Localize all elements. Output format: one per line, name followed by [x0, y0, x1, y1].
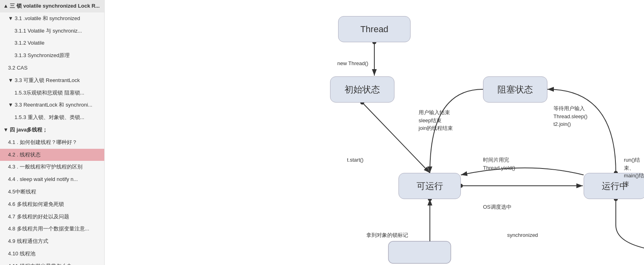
sidebar-item-s6[interactable]: ▼ 3.3 可重入锁 ReentrantLock: [0, 74, 104, 87]
state-box-blocked: 阻塞状态: [483, 76, 547, 103]
sidebar-item-s18[interactable]: 4.8 多线程共用一个数据变量注意...: [0, 223, 104, 235]
sidebar-item-s1[interactable]: ▼ 3.1 .volatile 和 synchronized: [0, 12, 104, 25]
arrow-running-to-runnable: [461, 168, 584, 175]
sidebar-item-s2[interactable]: 3.1.1 Volatile 与 synchroniz...: [0, 25, 104, 37]
sidebar-item-s3[interactable]: 3.1.2 Volatile: [0, 37, 104, 49]
sidebar-item-s7[interactable]: 1.5.3乐观锁和悲观锁 阻塞锁...: [0, 87, 104, 99]
sidebar-item-s4[interactable]: 3.1.3 Synchronized原理: [0, 49, 104, 62]
sidebar-item-s14[interactable]: 4.4 . sleep wait yield notify n...: [0, 173, 104, 186]
diagram-label-l3: 用户输入结束 sleep结束 join的线程结束: [419, 109, 453, 132]
sidebar-item-s0[interactable]: ▲ 三 锁 volatile synchronized Lock R...: [0, 0, 104, 12]
state-box-initial: 初始状态: [330, 76, 394, 103]
sidebar-item-s16[interactable]: 4.6 多线程如何避免死锁: [0, 198, 104, 211]
sidebar-item-s11[interactable]: 4.1 . 如何创建线程？哪种好？: [0, 136, 104, 149]
sidebar-item-s15[interactable]: 4.5中断线程: [0, 186, 104, 198]
diagram-label-l2: t.start(): [347, 156, 363, 164]
arrow-running-to-blocked: [547, 89, 616, 173]
diagram: Thread初始状态阻塞状态结束可运行运行中new Thread()t.star…: [105, 0, 644, 265]
diagram-label-l5: 时间片用完 Thread.yield(): [483, 156, 515, 172]
sidebar-item-s19[interactable]: 4.9 线程通信方式: [0, 235, 104, 248]
arrow-runnable-to-blocked2: [398, 199, 430, 253]
diagram-label-l9: 拿到对象的锁标记: [366, 231, 408, 239]
diagram-label-l7: run()结束、main()结束: [624, 156, 644, 187]
state-box-thread: Thread: [338, 16, 411, 42]
sidebar-item-s8[interactable]: ▼ 3.3 ReentrantLock 和 synchroni...: [0, 99, 104, 111]
diagram-label-l6: OS调度选中: [483, 203, 512, 211]
arrow-running-to-wait: [616, 199, 644, 253]
sidebar-item-s21[interactable]: 4.11.线程中抛出异常怎么办: [0, 260, 104, 265]
diagram-label-l1: new Thread(): [337, 60, 368, 68]
main-content: Thread初始状态阻塞状态结束可运行运行中new Thread()t.star…: [105, 0, 644, 265]
sidebar-item-s5[interactable]: 3.2 CAS: [0, 62, 104, 74]
sidebar-item-s17[interactable]: 4.7 多线程的好处以及问题: [0, 211, 104, 223]
sidebar-item-s13[interactable]: 4.3 . 一般线程和守护线程的区别: [0, 161, 104, 173]
sidebar-item-s20[interactable]: 4.10 线程池: [0, 248, 104, 260]
sidebar: ▲ 三 锁 volatile synchronized Lock R...▼ 3…: [0, 0, 105, 265]
state-box-runnable: 可运行: [398, 173, 461, 199]
diagram-label-l10: synchronized: [507, 231, 538, 239]
diagram-label-l4: 等待用户输入 Thread.sleep() t2.join(): [553, 105, 588, 128]
sidebar-item-s12[interactable]: 4.2 . 线程状态: [0, 149, 104, 161]
blocked-box-bottom: [388, 241, 451, 263]
sidebar-item-s10[interactable]: ▼ 四 java多线程；: [0, 124, 104, 136]
sidebar-item-s9[interactable]: 1.5.3 重入锁、对象锁、类锁...: [0, 111, 104, 124]
